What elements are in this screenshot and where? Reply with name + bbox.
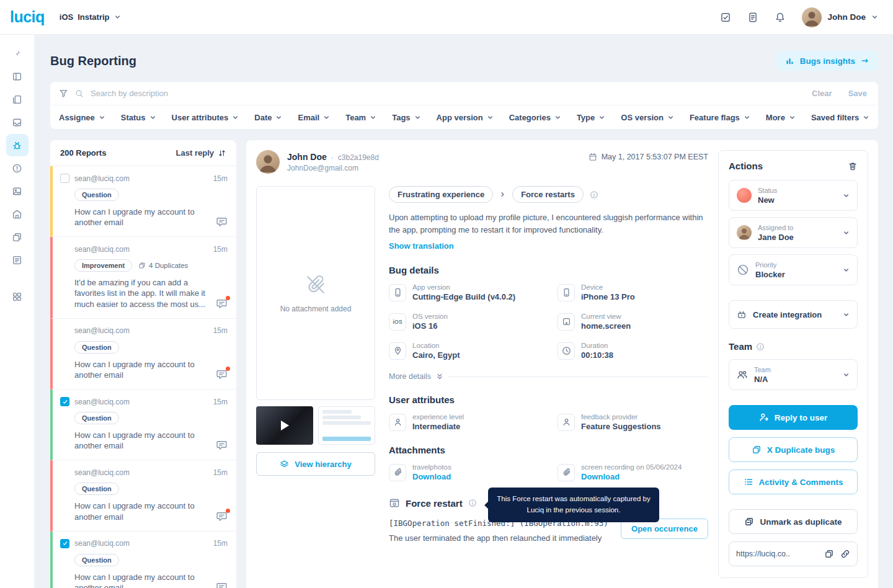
- user-name: John Doe: [827, 12, 866, 22]
- team-selector[interactable]: Team N/A: [729, 359, 858, 390]
- show-translation-link[interactable]: Show translation: [389, 241, 454, 251]
- filter-label: More: [766, 113, 785, 122]
- report-time: 15m: [213, 326, 228, 335]
- priority-selector[interactable]: Priority Blocker: [729, 254, 858, 285]
- reply-to-user-button[interactable]: Reply to user: [729, 405, 858, 430]
- filter-status[interactable]: Status: [121, 113, 156, 122]
- bug-detail-label: feedback provider: [581, 413, 708, 421]
- filter-categories[interactable]: Categories: [509, 113, 561, 122]
- clear-button[interactable]: Clear: [812, 89, 832, 98]
- duplicate-bugs-button[interactable]: X Duplicate bugs: [729, 437, 858, 462]
- filter-user-attributes[interactable]: User attributes: [172, 113, 239, 122]
- chat-icon[interactable]: [216, 298, 228, 310]
- chat-icon[interactable]: [216, 368, 228, 380]
- filter-date[interactable]: Date: [254, 113, 282, 122]
- project-switcher[interactable]: iOS Instatrip: [60, 12, 121, 22]
- create-integration-label: Create integration: [753, 310, 822, 319]
- status-color-dot: [737, 188, 752, 203]
- copy-icon[interactable]: [824, 549, 834, 559]
- unmark-duplicate-button[interactable]: Unmark as duplicate: [729, 509, 858, 534]
- link-icon[interactable]: [840, 549, 850, 559]
- report-checkbox[interactable]: [60, 539, 69, 548]
- activity-comments-button[interactable]: Activity & Comments: [729, 470, 858, 494]
- reporter-block: John Doe · c3b2a19e8d JohnDoe@gmail.com: [256, 150, 379, 174]
- attachment-download-link[interactable]: Download: [581, 472, 708, 481]
- filter-more[interactable]: More: [766, 113, 796, 122]
- view-hierarchy-button[interactable]: View hierarchy: [256, 452, 375, 476]
- chat-icon[interactable]: [216, 439, 228, 451]
- activity-comments-label: Activity & Comments: [759, 478, 843, 487]
- crashes-icon[interactable]: [6, 157, 29, 179]
- chevron-down-icon: [843, 311, 850, 318]
- chevron-down-icon: [863, 114, 869, 121]
- report-list-item[interactable]: sean@luciq.com 15m Question How can I up…: [50, 166, 236, 237]
- saved-filters[interactable]: Saved filters: [811, 113, 869, 122]
- report-email: sean@luciq.com: [74, 245, 208, 254]
- report-list-item[interactable]: sean@luciq.com 15m Question How can I up…: [50, 390, 236, 460]
- chat-icon[interactable]: [216, 216, 228, 228]
- info-icon[interactable]: [590, 190, 598, 199]
- save-button[interactable]: Save: [848, 89, 867, 98]
- tasks-icon[interactable]: [720, 12, 731, 23]
- video-thumbnail[interactable]: [256, 406, 313, 445]
- attachments-title: Attachments: [389, 445, 708, 455]
- filter-email[interactable]: Email: [298, 113, 330, 122]
- filter-label: Categories: [509, 113, 551, 122]
- create-integration-button[interactable]: Create integration: [729, 300, 858, 329]
- assignee-selector[interactable]: Assigned to Jane Doe: [729, 217, 858, 248]
- filter-funnel-icon[interactable]: [59, 89, 68, 98]
- chat-icon[interactable]: [216, 581, 228, 588]
- screenshot-thumbnail[interactable]: [318, 406, 375, 445]
- luciq-logo[interactable]: luciq: [10, 8, 45, 26]
- report-list-item[interactable]: sean@luciq.com 15m Improvement 4 Duplica…: [50, 237, 236, 318]
- info-icon[interactable]: [468, 499, 477, 507]
- app-home-icon[interactable]: [6, 203, 29, 225]
- filter-app-version[interactable]: App version: [437, 113, 494, 122]
- attachment-download-link[interactable]: Download: [412, 472, 558, 481]
- report-list-item[interactable]: sean@luciq.com 15m Question How can I up…: [50, 532, 236, 588]
- user-menu[interactable]: John Doe: [802, 7, 878, 27]
- bugs-insights-button[interactable]: Bugs insights: [776, 51, 878, 71]
- report-tags-row: Question: [60, 483, 228, 495]
- chat-icon[interactable]: [216, 510, 228, 522]
- overview-icon[interactable]: [6, 65, 29, 87]
- assigned-label: Assigned to: [758, 224, 837, 231]
- sessions-icon[interactable]: [6, 249, 29, 271]
- bug-reporting-icon[interactable]: [6, 134, 29, 156]
- category-chip[interactable]: Frustrating experience: [389, 186, 493, 203]
- filter-type[interactable]: Type: [577, 113, 605, 122]
- bug-detail-label: App version: [412, 283, 558, 291]
- filter-os-version[interactable]: OS version: [621, 113, 674, 122]
- info-icon[interactable]: [756, 342, 765, 351]
- pages-icon[interactable]: [6, 88, 29, 110]
- inbox-icon[interactable]: [6, 111, 29, 133]
- priority-texts: Priority Blocker: [755, 261, 837, 279]
- release-notes-icon[interactable]: [747, 12, 758, 23]
- notifications-bell-icon[interactable]: [775, 12, 786, 23]
- filter-tags[interactable]: Tags: [392, 113, 420, 122]
- bug-details-title: Bug details: [389, 265, 708, 275]
- report-checkbox[interactable]: [60, 174, 69, 183]
- filter-team[interactable]: Team: [345, 113, 376, 122]
- report-list-item[interactable]: sean@luciq.com 15m Question How can I up…: [50, 460, 236, 531]
- search-input[interactable]: [91, 89, 805, 98]
- apps-grid-icon[interactable]: [6, 285, 29, 308]
- report-list-item[interactable]: sean@luciq.com 15m Question How can I up…: [50, 319, 236, 390]
- filter-feature-flags[interactable]: Feature flags: [690, 113, 750, 122]
- sort-control[interactable]: Last reply: [176, 148, 226, 158]
- duplicates-icon[interactable]: [6, 226, 29, 248]
- filter-label: Date: [254, 113, 272, 122]
- pin-icon[interactable]: [6, 42, 29, 65]
- trash-icon[interactable]: [848, 161, 858, 171]
- category-chip[interactable]: Force restarts: [512, 186, 584, 203]
- surveys-icon[interactable]: [6, 180, 29, 202]
- search-filter-card: Clear Save Assignee Status User attribut…: [50, 82, 878, 129]
- status-selector[interactable]: Status New: [729, 180, 858, 211]
- filter-assignee[interactable]: Assignee: [59, 113, 105, 122]
- workspace: 200 Reports Last reply sean@luciq.com 15…: [50, 140, 878, 588]
- more-details-toggle[interactable]: More details: [389, 372, 708, 381]
- report-tag-badge: Improvement: [74, 259, 132, 272]
- report-checkbox[interactable]: [60, 397, 69, 406]
- report-body-row: How can I upgrade my account to another …: [60, 430, 228, 451]
- bug-detail-label: OS version: [412, 313, 558, 320]
